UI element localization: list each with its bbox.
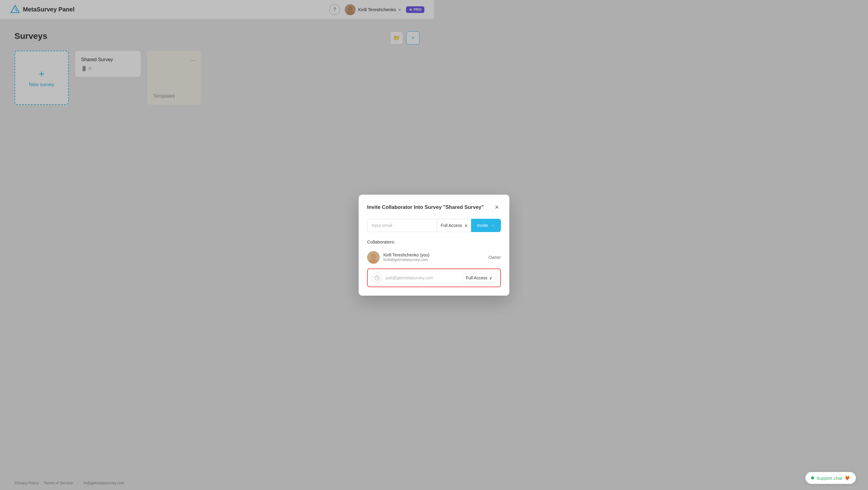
email-input[interactable] [367,219,434,232]
invite-collaborator-modal: Invite Collaborator Into Survey "Shared … [359,195,434,245]
modal-header: Invite Collaborator Into Survey "Shared … [367,203,434,212]
collaborators-label: Collaborators: [367,239,434,244]
modal-overlay[interactable]: Invite Collaborator Into Survey "Shared … [0,0,434,245]
modal-title: Invite Collaborator Into Survey "Shared … [367,204,434,210]
invite-row: Full Access ∨ Invite → [367,219,434,232]
